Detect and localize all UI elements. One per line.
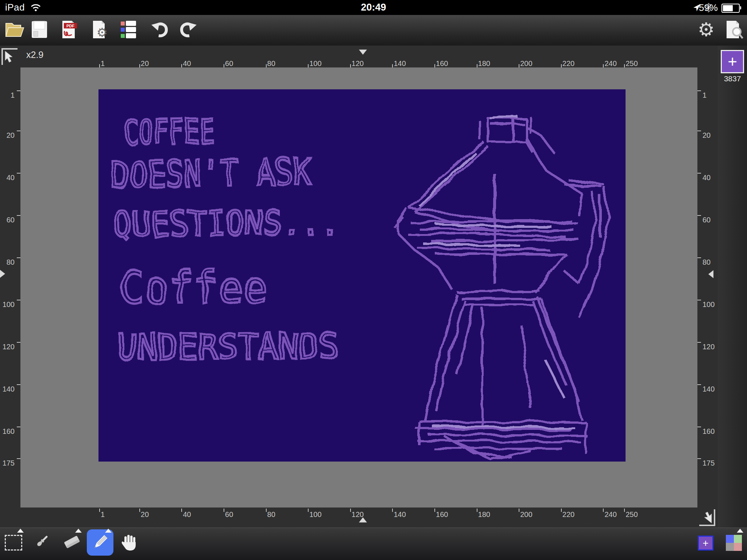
marker-right[interactable] [708,270,713,278]
save-button[interactable] [29,19,50,40]
ruler-tick [181,64,182,67]
ruler-tick [17,458,20,459]
export-pdf-button[interactable]: PDF [58,19,79,40]
ruler-number: 200 [520,510,532,519]
marker-bottom[interactable] [359,517,367,522]
color-picker-icon [33,533,50,550]
ruler-tick [139,509,140,512]
open-folder-icon [5,20,24,39]
save-floppy-icon [31,20,48,39]
ruler-top: 120406080100120140160180200220240250 [0,46,747,67]
ruler-tick [603,64,604,67]
ruler-number: 20 [7,131,15,140]
ruler-number: 160 [3,427,15,436]
ruler-tick [17,342,20,343]
canvas-text-line: UNDERSTANDS [117,325,339,369]
canvas-text-line: DOESN'T ASK [111,151,311,196]
ruler-tick [624,509,625,512]
ruler-tick [392,64,393,67]
ruler-tick [350,64,351,67]
svg-text:⚙: ⚙ [97,25,108,39]
ruler-tick [434,64,435,67]
ruler-number: 100 [3,300,15,309]
eraser-icon [62,534,82,551]
selection-marquee-icon [5,535,22,551]
stitch-count: 3837 [718,74,747,83]
hand-icon [121,533,138,551]
ruler-tick [224,64,224,67]
ruler-number: 160 [436,59,448,68]
ruler-number: 175 [3,459,15,467]
add-color-button[interactable]: + [721,50,744,73]
ruler-number: 140 [394,59,406,68]
ruler-left: 120406080100120140160175 [0,67,20,508]
ruler-tick [17,300,20,300]
color-picker-tool[interactable] [33,533,50,551]
battery-icon [721,4,740,13]
palette-swatch-2 [734,535,742,543]
status-bar: iPad 20:49 59% [0,0,747,15]
ruler-number: 240 [604,59,616,68]
preview-document-icon [724,19,743,40]
ruler-tick [350,509,351,512]
selection-marquee-tool[interactable] [5,535,22,550]
pencil-tool[interactable] [87,529,113,556]
ruler-tick [17,427,20,427]
ruler-number: 1 [101,510,105,519]
settings-button[interactable]: ⚙ [696,19,716,40]
ruler-number: 160 [436,510,448,519]
svg-text:⚙: ⚙ [698,19,715,40]
battery-percent: 59% [699,2,718,13]
ruler-number: 40 [703,174,711,182]
undo-button[interactable] [150,19,170,40]
eraser-tool[interactable] [62,534,82,551]
selection-caret[interactable] [17,529,24,533]
pencil-icon [91,533,109,552]
marker-left[interactable] [0,270,5,278]
ruler-tick [697,257,701,258]
ruler-number: 175 [703,459,715,467]
preview-button[interactable] [724,19,744,40]
ruler-number: 20 [141,510,149,519]
ruler-tick [697,384,701,385]
document-settings-button[interactable]: ⚙ [89,19,109,40]
ruler-number: 250 [626,59,638,68]
eraser-caret[interactable] [75,529,82,533]
ruler-tick [519,64,519,67]
ruler-tick [17,90,20,91]
palette-button[interactable] [726,535,742,551]
ruler-number: 120 [703,343,715,351]
pencil-caret[interactable] [105,529,112,533]
marker-top[interactable] [359,50,367,55]
ruler-tick [266,64,267,67]
add-color-button-bottom[interactable]: + [698,536,713,551]
ruler-tick [697,131,701,131]
ruler-tick [308,509,309,512]
pan-hand-tool[interactable] [120,533,139,551]
ruler-tick [99,64,100,67]
stitch-canvas[interactable]: COFFEEDOESN'T ASKQUESTIONS...CoffeeUNDER… [98,89,626,462]
resize-corner-button[interactable] [698,509,716,527]
open-file-button[interactable] [4,19,25,40]
ruler-number: 60 [703,216,711,224]
pattern-list-button[interactable] [118,19,139,40]
ruler-tick [266,509,267,512]
ruler-number: 100 [309,510,321,519]
ruler-tick [434,509,435,512]
ruler-tick [17,215,20,216]
palette-caret[interactable] [737,529,743,533]
ruler-number: 160 [703,427,715,436]
redo-button[interactable] [178,19,198,40]
ruler-tick [139,64,140,67]
palette-swatch-3 [726,543,734,551]
ruler-number: 220 [562,59,574,68]
ruler-tick [17,173,20,174]
ruler-tick [224,509,224,512]
ruler-number: 1 [703,91,707,100]
palette-swatch-1 [726,535,734,543]
ruler-number: 140 [703,385,715,393]
ruler-number: 80 [7,258,15,267]
ruler-right: 120406080100120140160175 [697,67,718,508]
svg-text:PDF: PDF [66,24,74,28]
ruler-number: 40 [183,59,191,68]
